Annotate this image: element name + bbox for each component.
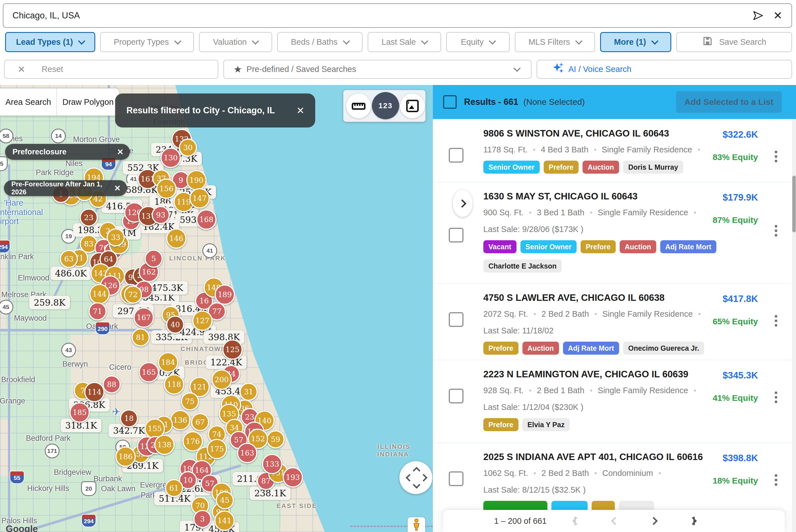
filter-button-lead-types-1-[interactable]: Lead Types (1) [5, 32, 95, 52]
map-price-label[interactable]: 259.8K [29, 296, 70, 309]
listing-checkbox[interactable] [449, 228, 463, 243]
select-all-checkbox[interactable] [443, 95, 457, 109]
listing-tag-elvia-y-paz[interactable]: Elvia Y Paz [522, 418, 570, 431]
marker-count-toggle[interactable]: 123 [372, 92, 399, 119]
map-cluster-marker[interactable]: 88 [103, 375, 121, 394]
map-cluster-marker[interactable]: 127 [192, 310, 212, 331]
tab-draw-polygon[interactable]: Draw Polygon [56, 88, 119, 116]
filter-button-beds-baths[interactable]: Beds / Baths [277, 32, 363, 52]
map-cluster-marker[interactable]: 59 [266, 430, 284, 449]
map-cluster-marker[interactable]: 125 [222, 339, 243, 360]
listing-checkbox[interactable] [449, 312, 463, 327]
filter-button-more-1-[interactable]: More (1) [600, 32, 671, 52]
listing-kebab-menu[interactable] [775, 151, 777, 162]
next-page-button[interactable] [645, 518, 662, 524]
map-cluster-marker[interactable]: 63 [60, 250, 78, 268]
location-search-bar[interactable]: Chicago, IL, USA ✕ [3, 3, 792, 28]
listing-card[interactable]: 4750 S LAWLER AVE, CHICAGO IL 606382072 … [433, 283, 792, 360]
listing-tag-prefore[interactable]: Prefore [483, 418, 518, 431]
filter-button-property-types[interactable]: Property Types [100, 32, 194, 52]
chip-close-icon[interactable]: ✕ [117, 147, 124, 157]
map-cluster-marker[interactable]: 81 [131, 328, 150, 346]
listing-card[interactable]: 2025 S INDIANA AVE APT 401, CHICAGO IL 6… [433, 442, 792, 511]
first-page-button[interactable] [568, 517, 585, 525]
map-cluster-marker[interactable]: 75 [181, 392, 199, 411]
listing-kebab-menu[interactable] [775, 315, 777, 327]
chip-close-icon[interactable]: ✕ [114, 184, 121, 193]
map-cluster-marker[interactable]: 163 [237, 443, 257, 463]
map-filter-chip[interactable]: Preforeclosure✕ [5, 144, 130, 160]
ai-voice-search-button[interactable]: AI / Voice Search [537, 60, 792, 79]
listing-tag-charlotte-e-jackson[interactable]: Charlotte E Jackson [483, 260, 561, 272]
map-cluster-marker[interactable]: 23 [80, 209, 98, 227]
map-cluster-marker[interactable]: 138 [154, 435, 174, 455]
map-cluster-marker[interactable]: 40 [166, 316, 184, 334]
map-cluster-marker[interactable]: 133 [262, 454, 282, 474]
filter-button-valuation[interactable]: Valuation [199, 32, 272, 52]
map-cluster-marker[interactable]: 184 [158, 352, 178, 373]
map-price-label[interactable]: 475.3K [147, 281, 188, 294]
map-canvas[interactable]: PlainesMorton GroveNilesPark RidgeSkokie… [0, 85, 433, 532]
map-cluster-marker[interactable]: 167 [133, 307, 154, 328]
map-cluster-marker[interactable]: 200 [211, 369, 232, 390]
previous-page-button[interactable] [607, 518, 624, 524]
last-page-button[interactable] [684, 517, 701, 525]
clear-search-icon[interactable]: ✕ [772, 10, 784, 22]
map-cluster-marker[interactable]: 165 [138, 362, 159, 382]
listing-tag-prefore[interactable]: Prefore [580, 240, 616, 253]
map-cluster-marker[interactable]: 144 [89, 284, 110, 304]
map-cluster-marker[interactable]: 185 [70, 402, 90, 423]
map-cluster-marker[interactable]: 33 [107, 228, 125, 246]
map-cluster-marker[interactable]: 147 [189, 188, 210, 209]
map-cluster-marker[interactable]: 175 [207, 439, 227, 459]
listing-tag-adj-rate-mort[interactable]: Adj Rate Mort [563, 342, 619, 355]
photo-layer-button[interactable] [400, 94, 425, 118]
street-view-pegman[interactable] [408, 517, 425, 532]
listing-kebab-menu[interactable] [775, 474, 777, 486]
map-cluster-marker[interactable]: 130 [161, 148, 181, 168]
map-cluster-marker[interactable]: 114 [84, 382, 105, 402]
map-cluster-marker[interactable]: 67 [191, 413, 209, 431]
ruler-tool-button[interactable] [346, 94, 371, 118]
listing-tag-senior-owner[interactable]: Senior Owner [483, 160, 540, 174]
map-cluster-marker[interactable]: 189 [215, 284, 235, 305]
listing-checkbox[interactable] [449, 389, 463, 403]
locate-icon[interactable] [752, 10, 764, 22]
map-cluster-marker[interactable]: 30 [179, 138, 197, 157]
listing-tag-prefore[interactable]: Prefore [544, 160, 579, 174]
results-scrollbar-track[interactable] [792, 119, 796, 532]
map-pan-control[interactable] [400, 461, 432, 494]
map-cluster-marker[interactable]: 72 [124, 286, 142, 304]
map-price-label[interactable]: 486.0K [51, 267, 91, 280]
listing-tag-onecimo-guereca-jr-[interactable]: Onecimo Guereca Jr. [623, 342, 704, 355]
toast-close-icon[interactable]: ✕ [297, 105, 305, 116]
filter-button-last-sale[interactable]: Last Sale [368, 32, 441, 52]
listing-tag-doris-l-murray[interactable]: Doris L Murray [623, 160, 683, 174]
map-filter-chip[interactable]: Pre-Foreclosure After Jan 1, 2026✕ [4, 180, 127, 196]
listing-card[interactable]: 1630 S MAY ST, CHICAGO IL 60643900 Sq. F… [433, 182, 792, 283]
listing-tag-auction[interactable]: Auction [522, 342, 559, 355]
map-cluster-marker[interactable]: 186 [115, 446, 136, 467]
map-cluster-marker[interactable]: 93 [152, 206, 170, 224]
predefined-searches-dropdown[interactable]: ★ Pre-defined / Saved Searches [223, 60, 532, 79]
map-cluster-marker[interactable]: 146 [166, 228, 187, 249]
results-scrollbar-thumb[interactable] [792, 176, 796, 232]
listing-kebab-menu[interactable] [775, 225, 777, 236]
filter-button-mls-filters[interactable]: MLS Filters [515, 32, 595, 52]
listing-tag-adj-rate-mort[interactable]: Adj Rate Mort [660, 240, 717, 253]
filter-button-save-search[interactable]: Save Search [677, 32, 792, 52]
map-cluster-marker[interactable]: 141 [214, 511, 235, 531]
map-cluster-marker[interactable]: 168 [196, 209, 217, 230]
map-cluster-marker[interactable]: 71 [89, 302, 107, 320]
listing-kebab-menu[interactable] [775, 392, 777, 403]
map-cluster-marker[interactable]: 136 [170, 410, 190, 430]
map-cluster-marker[interactable]: 5 [145, 250, 163, 268]
map-cluster-marker[interactable]: 61 [165, 479, 183, 497]
listing-card[interactable]: 2223 N LEAMINGTON AVE, CHICAGO IL 606399… [433, 360, 792, 442]
map-cluster-marker[interactable]: 18 [120, 409, 138, 428]
map-cluster-marker[interactable]: 3 [193, 510, 211, 528]
map-cluster-marker[interactable]: 156 [156, 178, 177, 199]
search-input[interactable]: Chicago, IL, USA [13, 11, 752, 21]
listing-tag-senior-owner[interactable]: Senior Owner [520, 240, 577, 253]
listing-card[interactable]: 9806 S WINSTON AVE, CHICAGO IL 606431178… [433, 119, 792, 182]
